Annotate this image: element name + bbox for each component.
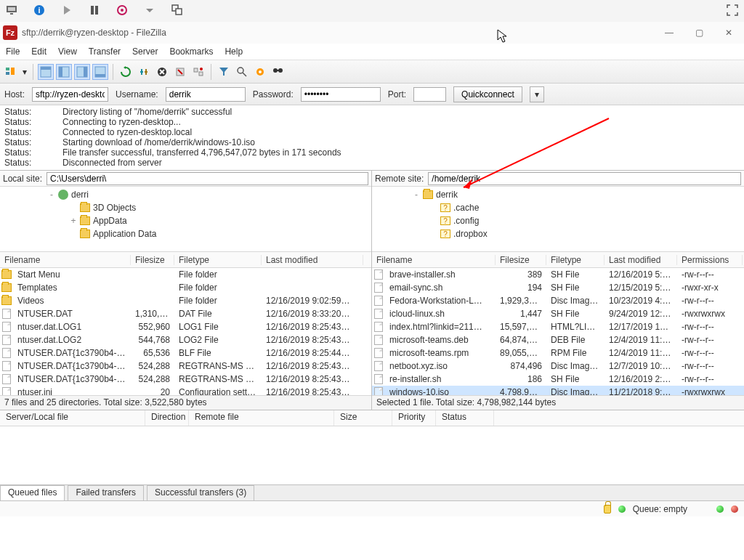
username-input[interactable] [166, 87, 246, 102]
file-row[interactable]: ntuser.dat.LOG2544,768LOG2 File12/16/201… [0, 333, 371, 346]
refresh-icon[interactable] [118, 64, 134, 80]
quickconnect-button[interactable]: Quickconnect [453, 86, 522, 102]
info-icon[interactable]: i [33, 4, 45, 18]
tree-item[interactable]: ?.cache [430, 201, 740, 214]
file-row[interactable]: NTUSER.DAT{1c3790b4-b…524,288REGTRANS-MS… [0, 360, 371, 373]
column-header[interactable]: Server/Local file [0, 410, 145, 426]
filter-icon[interactable] [216, 64, 232, 80]
column-header[interactable]: Filesize [496, 255, 546, 265]
toggle-tree-remote-icon[interactable] [74, 64, 90, 80]
toggle-log-icon[interactable] [38, 64, 54, 80]
file-cell: ntuser.dat.LOG1 [13, 322, 131, 332]
column-header[interactable]: Last modified [604, 255, 677, 265]
pause-icon[interactable] [89, 4, 100, 18]
host-input[interactable] [32, 87, 108, 102]
file-row[interactable]: re-installer.sh186SH File12/16/2019 2:4…… [372, 373, 744, 386]
column-header[interactable]: Direction [145, 410, 189, 426]
file-row[interactable]: NTUSER.DAT1,310,720DAT File12/16/2019 8:… [0, 307, 371, 320]
menu-help[interactable]: Help [225, 46, 243, 57]
file-row[interactable]: email-sync.sh194SH File12/15/2019 5:2…-r… [372, 281, 744, 294]
transfer-queue-body[interactable] [0, 426, 744, 484]
column-header[interactable]: Filename [372, 255, 496, 265]
reconnect-icon[interactable] [190, 64, 206, 80]
menu-bookmarks[interactable]: Bookmarks [169, 46, 213, 57]
remote-path-input[interactable] [428, 172, 741, 185]
port-label: Port: [388, 89, 406, 100]
file-row[interactable]: netboot.xyz.iso874,496Disc Image…12/7/20… [372, 360, 744, 373]
record-icon[interactable] [116, 4, 128, 18]
queue-tab[interactable]: Queued files [0, 485, 65, 500]
cancel-icon[interactable] [154, 64, 170, 80]
fullscreen-icon[interactable] [727, 4, 738, 18]
file-cell: -rw-r--r-- [677, 348, 743, 358]
menu-view[interactable]: View [58, 46, 77, 57]
tree-item[interactable]: -derri [48, 188, 367, 201]
queue-tab[interactable]: Failed transfers [68, 485, 144, 500]
column-header[interactable]: Priority [392, 410, 436, 426]
file-row[interactable]: microsoft-teams.rpm89,055,321RPM File12/… [372, 346, 744, 360]
sync-browse-icon[interactable] [252, 64, 268, 80]
local-tree[interactable]: -derri3D Objects+AppDataApplication Data [0, 187, 371, 252]
tree-item[interactable]: Application Data [70, 227, 367, 240]
site-manager-icon[interactable] [3, 64, 19, 80]
file-row[interactable]: NTUSER.DAT{1c3790b4-b…524,288REGTRANS-MS… [0, 373, 371, 386]
dropdown-icon[interactable] [144, 4, 155, 18]
column-header[interactable]: Remote file [189, 410, 334, 426]
minimize-button[interactable]: — [665, 28, 674, 38]
tree-item[interactable]: ?.dropbox [430, 227, 740, 240]
quickconnect-dropdown-icon[interactable]: ▾ [530, 86, 544, 102]
message-log[interactable]: Status:Directory listing of "/home/derri… [0, 105, 744, 171]
windows-icon[interactable] [171, 4, 183, 18]
file-row[interactable]: windows-10.iso4,798,982,…Disc Image…11/2… [372, 386, 744, 395]
file-row[interactable]: VideosFile folder12/16/2019 9:02:59… [0, 294, 371, 307]
column-header[interactable]: Last modified [262, 255, 363, 265]
column-header[interactable]: Filesize [131, 255, 174, 265]
file-row[interactable]: ntuser.dat.LOG1552,960LOG1 File12/16/201… [0, 320, 371, 333]
menu-file[interactable]: File [6, 46, 20, 57]
tree-expander-icon[interactable]: - [413, 190, 420, 200]
column-header[interactable]: Size [334, 410, 392, 426]
tree-expander-icon[interactable]: - [48, 190, 55, 200]
column-header[interactable]: Status [436, 410, 494, 426]
file-row[interactable]: icloud-linux.sh1,447SH File9/24/2019 12:… [372, 307, 744, 320]
toggle-queue-icon[interactable] [92, 64, 108, 80]
file-row[interactable]: Fedora-Workstation-L…1,929,379,…Disc Ima… [372, 294, 744, 307]
compare-icon[interactable] [234, 64, 250, 80]
menu-server[interactable]: Server [132, 46, 158, 57]
port-input[interactable] [413, 87, 446, 102]
tree-item[interactable]: ?.config [430, 214, 740, 227]
menu-transfer[interactable]: Transfer [89, 46, 121, 57]
menu-edit[interactable]: Edit [31, 46, 46, 57]
password-input[interactable] [301, 87, 381, 102]
remote-tree[interactable]: -derrik?.cache?.config?.dropbox [372, 187, 744, 252]
maximize-button[interactable]: ▢ [695, 28, 703, 38]
file-cell: Disc Image… [546, 387, 604, 395]
local-file-list: FilenameFilesizeFiletypeLast modified St… [0, 252, 371, 395]
file-row[interactable]: TemplatesFile folder [0, 281, 371, 294]
file-row[interactable]: Start MenuFile folder [0, 268, 371, 281]
tree-item[interactable]: -derrik [413, 188, 740, 201]
file-row[interactable]: index.html?linkid=211…15,597,200HTML?LIN… [372, 320, 744, 333]
disconnect-icon[interactable] [172, 64, 188, 80]
file-row[interactable]: NTUSER.DAT{1c3790b4-b…65,536BLF File12/1… [0, 346, 371, 360]
tree-expander-icon[interactable]: + [70, 216, 77, 226]
play-icon[interactable] [61, 4, 73, 18]
column-header[interactable]: Permissions [677, 255, 743, 265]
process-queue-icon[interactable] [136, 64, 152, 80]
queue-tab[interactable]: Successful transfers (3) [147, 485, 254, 500]
site-manager-dropdown-icon[interactable]: ▾ [21, 64, 28, 80]
file-row[interactable]: microsoft-teams.deb64,874,490DEB File12/… [372, 333, 744, 346]
column-header[interactable]: Filename [0, 255, 131, 265]
tree-item[interactable]: 3D Objects [70, 201, 367, 214]
log-message: Starting download of /home/derrik/window… [62, 137, 255, 147]
search-icon[interactable] [270, 64, 286, 80]
column-header[interactable]: Filetype [174, 255, 262, 265]
column-header[interactable]: Filetype [546, 255, 604, 265]
toggle-tree-local-icon[interactable] [56, 64, 72, 80]
file-row[interactable]: brave-installer.sh389SH File12/16/2019 5… [372, 268, 744, 281]
close-button[interactable]: ✕ [725, 28, 732, 38]
local-path-input[interactable] [46, 172, 368, 185]
file-row[interactable]: ntuser.ini20Configuration setti…12/16/20… [0, 386, 371, 395]
tree-item[interactable]: +AppData [70, 214, 367, 227]
monitor-icon[interactable] [6, 4, 17, 18]
